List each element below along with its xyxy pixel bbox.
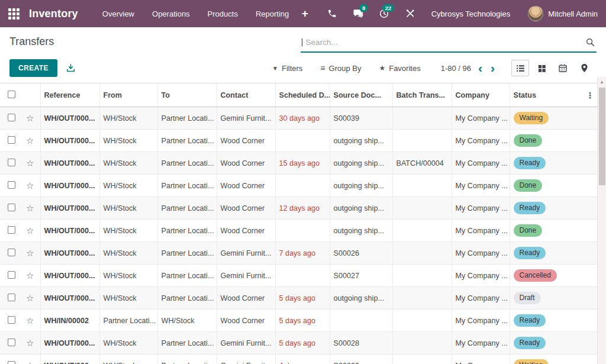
row-star-cell[interactable]: ☆	[22, 152, 40, 175]
cell-source-document[interactable]: S00029	[330, 355, 392, 364]
activities-clock-icon[interactable]: 22	[373, 0, 395, 27]
cell-company[interactable]: My Company ...	[452, 130, 510, 152]
cell-batch-transfer[interactable]	[392, 175, 452, 197]
cell-batch-transfer[interactable]	[392, 197, 452, 220]
row-star-cell[interactable]: ☆	[22, 355, 40, 364]
cell-end[interactable]	[582, 332, 597, 355]
cell-end[interactable]	[582, 242, 597, 265]
cell-reference[interactable]: WH/OUT/000...	[40, 130, 99, 152]
cell-scheduled-date[interactable]: 30 days ago	[275, 107, 330, 130]
row-star-icon[interactable]: ☆	[26, 203, 34, 213]
row-star-cell[interactable]: ☆	[22, 287, 40, 310]
cell-company[interactable]: My Company ...	[452, 242, 510, 265]
row-checkbox[interactable]	[8, 226, 15, 234]
cell-contact[interactable]: Gemini Furnit...	[217, 242, 275, 265]
menu-reporting[interactable]: Reporting	[247, 1, 298, 27]
row-select-cell[interactable]	[0, 332, 22, 355]
cell-status[interactable]: Ready	[510, 197, 582, 220]
cell-scheduled-date[interactable]: 12 days ago	[275, 197, 330, 220]
cell-reference[interactable]: WH/OUT/000...	[40, 175, 99, 197]
row-select-cell[interactable]	[0, 355, 22, 364]
row-star-icon[interactable]: ☆	[26, 181, 34, 191]
cell-to[interactable]: Partner Locati...	[157, 242, 217, 265]
create-button[interactable]: CREATE	[9, 59, 57, 77]
cell-end[interactable]	[582, 175, 597, 197]
cell-reference[interactable]: WH/OUT/000...	[40, 355, 99, 364]
cell-batch-transfer[interactable]	[392, 332, 452, 355]
cell-to[interactable]: Partner Locati...	[157, 332, 217, 355]
cell-to[interactable]: Partner Locati...	[157, 175, 217, 197]
vertical-scrollbar[interactable]: ▲	[597, 77, 606, 364]
cell-source-document[interactable]: outgoing ship...	[330, 175, 392, 197]
cell-contact[interactable]: Gemini Furnit...	[217, 332, 275, 355]
cell-company[interactable]: My Company ...	[452, 220, 510, 242]
app-name[interactable]: Inventory	[29, 8, 78, 20]
cell-source-document[interactable]: outgoing ship...	[330, 220, 392, 242]
row-star-cell[interactable]: ☆	[22, 310, 40, 332]
row-star-icon[interactable]: ☆	[26, 226, 34, 236]
cell-source-document[interactable]: outgoing ship...	[330, 197, 392, 220]
export-download-icon[interactable]	[66, 63, 76, 73]
cell-batch-transfer[interactable]	[392, 287, 452, 310]
select-all-checkbox[interactable]	[8, 91, 15, 98]
cell-source-document[interactable]: S00026	[330, 242, 392, 265]
cell-end[interactable]	[582, 287, 597, 310]
cell-source-document[interactable]: S00027	[330, 265, 392, 287]
cell-contact[interactable]: Wood Corner	[217, 175, 275, 197]
cell-scheduled-date[interactable]	[275, 220, 330, 242]
menu-overview[interactable]: Overview	[94, 1, 143, 27]
cell-from[interactable]: WH/Stock	[99, 332, 157, 355]
cell-end[interactable]	[582, 107, 597, 130]
table-row[interactable]: ☆WH/OUT/000...WH/StockPartner Locati...W…	[0, 197, 597, 220]
row-select-cell[interactable]	[0, 152, 22, 175]
cell-status[interactable]: Cancelled	[510, 265, 582, 287]
row-star-cell[interactable]: ☆	[22, 130, 40, 152]
cell-reference[interactable]: WH/IN/00002	[40, 310, 99, 332]
row-checkbox[interactable]	[8, 294, 15, 301]
cell-status[interactable]: Ready	[510, 332, 582, 355]
cell-to[interactable]: Partner Locati...	[157, 265, 217, 287]
row-star-icon[interactable]: ☆	[26, 113, 34, 123]
table-row[interactable]: ☆WH/OUT/000...WH/StockPartner Locati...W…	[0, 130, 597, 152]
cell-end[interactable]	[582, 130, 597, 152]
cell-end[interactable]	[582, 355, 597, 364]
cell-end[interactable]	[582, 152, 597, 175]
table-row[interactable]: ☆WH/OUT/000...WH/StockPartner Locati...W…	[0, 287, 597, 310]
cell-end[interactable]	[582, 310, 597, 332]
cell-scheduled-date[interactable]: 5 days ago	[275, 287, 330, 310]
column-scheduled-date[interactable]: Scheduled D...	[275, 83, 330, 107]
cell-from[interactable]: WH/Stock	[99, 130, 157, 152]
cell-from[interactable]: WH/Stock	[99, 152, 157, 175]
cell-contact[interactable]: Wood Corner	[217, 310, 275, 332]
table-row[interactable]: ☆WH/OUT/000...WH/StockPartner Locati...G…	[0, 265, 597, 287]
cell-batch-transfer[interactable]	[392, 355, 452, 364]
cell-batch-transfer[interactable]: BATCH/00004	[392, 152, 452, 175]
cell-to[interactable]: Partner Locati...	[157, 107, 217, 130]
column-to[interactable]: To	[157, 83, 217, 107]
cell-from[interactable]: WH/Stock	[99, 220, 157, 242]
cell-scheduled-date[interactable]: 4 days ago	[275, 355, 330, 364]
cell-status[interactable]: Waiting	[510, 107, 582, 130]
cell-batch-transfer[interactable]	[392, 265, 452, 287]
cell-status[interactable]: Draft	[510, 287, 582, 310]
cell-from[interactable]: WH/Stock	[99, 242, 157, 265]
cell-status[interactable]: Ready	[510, 242, 582, 265]
group-by-button[interactable]: ≡ Group By	[320, 63, 361, 73]
cell-company[interactable]: My Company ...	[452, 287, 510, 310]
cell-to[interactable]: Partner Locati...	[157, 287, 217, 310]
search-icon[interactable]	[585, 37, 595, 50]
optional-columns-icon[interactable]: ⋮	[582, 83, 597, 107]
table-row[interactable]: ☆WH/OUT/000...WH/StockPartner Locati...W…	[0, 175, 597, 197]
favorites-button[interactable]: ★ Favorites	[379, 64, 420, 73]
scrollbar-thumb[interactable]	[599, 88, 605, 185]
cell-status[interactable]: Waiting	[510, 355, 582, 364]
column-company[interactable]: Company	[452, 83, 510, 107]
map-view-button[interactable]	[575, 60, 593, 76]
row-star-cell[interactable]: ☆	[22, 220, 40, 242]
cell-source-document[interactable]: outgoing ship...	[330, 130, 392, 152]
row-checkbox[interactable]	[8, 159, 15, 166]
cell-end[interactable]	[582, 220, 597, 242]
cell-from[interactable]: WH/Stock	[99, 107, 157, 130]
cell-from[interactable]: WH/Stock	[99, 355, 157, 364]
cell-company[interactable]: My Company ...	[452, 265, 510, 287]
